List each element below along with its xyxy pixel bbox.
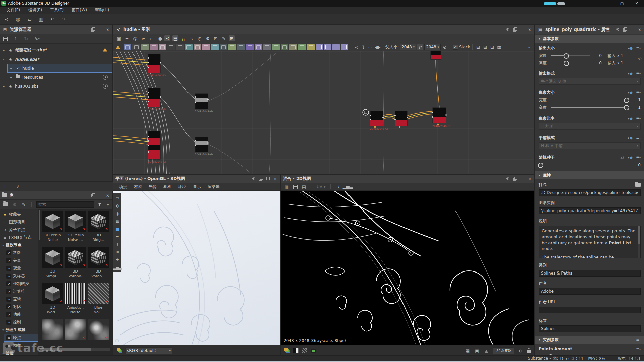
- tree-item-hudie-sbs-[interactable]: ▾◈hudie.sbs*: [0, 55, 112, 64]
- view3d-menu-6[interactable]: 渲染器: [205, 184, 223, 190]
- tree-item-hudie[interactable]: ▸≺hudie: [7, 64, 112, 73]
- grayscale-icon[interactable]: [293, 348, 299, 353]
- expand-arrow-icon[interactable]: ▸: [10, 75, 14, 79]
- param-menu-icon[interactable]: ≡▾: [636, 155, 641, 160]
- channels-icon[interactable]: [284, 348, 290, 353]
- node-create-icon-19[interactable]: [289, 44, 297, 50]
- node-create-icon-1[interactable]: [132, 44, 140, 50]
- paste-icon[interactable]: ▤: [301, 184, 307, 190]
- tree-item--sbs-[interactable]: ▸◈蝴蝶花纹一.sbs*: [0, 46, 112, 55]
- expand-arrow-icon[interactable]: ▾: [3, 57, 6, 61]
- gizmo-icon[interactable]: +: [115, 257, 120, 262]
- stack-checkbox[interactable]: ✓: [453, 45, 458, 50]
- info-icon[interactable]: i: [335, 184, 341, 190]
- zoom-icon[interactable]: ⌕: [148, 35, 154, 41]
- material-icon[interactable]: ▦: [115, 219, 120, 224]
- node-create-icon-21[interactable]: [307, 44, 315, 50]
- histogram-icon[interactable]: ▂▅▃: [345, 184, 351, 190]
- view3d-menu-2[interactable]: 光源: [146, 184, 160, 190]
- clean-icon[interactable]: ✎▾: [34, 36, 40, 42]
- align-right-icon[interactable]: ⊡: [489, 44, 495, 50]
- close-panel-icon[interactable]: ×: [527, 176, 532, 181]
- stats-icon[interactable]: ▂▅▃: [115, 265, 120, 270]
- library-asset-3D-Simpl-[interactable]: ≺3DSimpl...: [42, 247, 63, 283]
- close-button[interactable]: ✕: [629, 0, 644, 7]
- height-slider[interactable]: [551, 63, 590, 63]
- reset-size-icon[interactable]: ⊘: [442, 44, 448, 50]
- dock-icon[interactable]: [623, 27, 627, 32]
- library-category-收藏夹[interactable]: ★收藏夹: [0, 210, 38, 218]
- menu-item-2[interactable]: 工具(T): [46, 7, 68, 13]
- expand-arrow-icon[interactable]: ▸: [3, 84, 6, 88]
- library-category-运算符[interactable]: ↗运算符: [4, 288, 38, 295]
- outline-icon[interactable]: ⊨: [3, 183, 9, 189]
- graph-canvas[interactable]: 2048x2048-Gr 2048x2048-Gr 2048x2048-Gr 2…: [113, 51, 534, 174]
- link-tool-icon[interactable]: -●: [156, 35, 162, 41]
- pin-node-icon[interactable]: ↧: [360, 44, 366, 50]
- library-asset-3D-Perlin-Noise[interactable]: ≺3D PerlinNoise: [42, 211, 63, 247]
- tree-item-hua001-sbs[interactable]: ▸◈hua001.sbsi: [0, 82, 112, 91]
- tags-field[interactable]: [539, 325, 641, 332]
- node-create-icon-4[interactable]: [159, 44, 166, 50]
- close-panel-icon[interactable]: ×: [527, 27, 532, 32]
- camera-icon[interactable]: ◎: [115, 211, 120, 216]
- pin-icon[interactable]: [615, 27, 620, 32]
- overflow-icon[interactable]: »: [105, 201, 111, 207]
- maximize-panel-icon[interactable]: [266, 176, 270, 181]
- close-panel-icon[interactable]: ×: [273, 176, 278, 181]
- timer-icon[interactable]: ◷: [197, 35, 203, 41]
- param-menu-icon[interactable]: ≡▾: [636, 116, 641, 121]
- function-icon[interactable]: ▸●: [628, 90, 633, 95]
- library-asset-Blue-Noi-[interactable]: ≺BlueNoi...: [88, 283, 109, 319]
- frame-node-icon[interactable]: [316, 44, 323, 50]
- channels-icon[interactable]: [117, 348, 122, 353]
- view3d-viewport[interactable]: ▭ ◐ ◎ ▦ ■ ⌐ ↧ ⊞ + ▂▅▃ ⊞: [113, 191, 280, 345]
- grid-icon[interactable]: ⊞: [115, 249, 120, 255]
- node-create-icon-15[interactable]: [255, 44, 262, 50]
- dock-icon[interactable]: [513, 27, 517, 32]
- category-field[interactable]: [539, 270, 641, 277]
- node-create-icon-5[interactable]: [167, 44, 175, 50]
- view3d-title[interactable]: 平面 (hi-res) - OpenGL - 3D视图: [115, 176, 185, 182]
- maximize-panel-icon[interactable]: [520, 176, 525, 181]
- menu-item-3[interactable]: 窗口(W): [68, 7, 91, 13]
- maximize-panel-icon[interactable]: [98, 27, 103, 32]
- maximize-panel-icon[interactable]: [520, 27, 525, 32]
- node-create-icon-0[interactable]: [124, 44, 131, 50]
- path-tool-icon[interactable]: ↳: [189, 35, 195, 41]
- view3d-menu-4[interactable]: 环境: [175, 184, 189, 190]
- param-menu-icon[interactable]: ≡▾: [636, 337, 641, 342]
- node-create-icon-10[interactable]: [211, 44, 219, 50]
- link-size-icon[interactable]: ⇄: [417, 44, 423, 50]
- library-category-采样器[interactable]: ↗采样器: [4, 272, 38, 280]
- library-category-原子节点[interactable]: ≺原子节点: [0, 226, 38, 234]
- node-create-icon-20[interactable]: [298, 44, 306, 50]
- new-graph-icon[interactable]: ≺: [3, 16, 10, 22]
- distribute-icon[interactable]: ▦: [496, 44, 502, 50]
- align-left-icon[interactable]: ⊟: [475, 44, 481, 50]
- maximize-panel-icon[interactable]: [630, 27, 635, 32]
- display-filter-icon[interactable]: [311, 349, 316, 353]
- dock-icon[interactable]: [513, 176, 517, 181]
- library-asset-3D-Voron-[interactable]: ≺3DVoron...: [88, 247, 109, 283]
- frame-node-icon[interactable]: [341, 44, 348, 50]
- zoom-level[interactable]: 74.58%: [493, 347, 514, 354]
- pin-icon[interactable]: [251, 176, 256, 181]
- subgraph-icon[interactable]: ≺: [353, 44, 359, 50]
- library-category-图形项目[interactable]: ▭图形项目: [0, 218, 38, 226]
- view2d-title[interactable]: 混合 - 2D视图: [283, 176, 311, 182]
- show-connectors-icon[interactable]: ⣿: [180, 35, 186, 41]
- library-category-控制[interactable]: ↗控制: [4, 318, 38, 326]
- pixel-height-slider[interactable]: [551, 107, 629, 108]
- node-create-icon-18[interactable]: [281, 44, 288, 50]
- library-category-噪点[interactable]: ▩噪点: [4, 334, 38, 342]
- display-icon[interactable]: ▭: [115, 195, 120, 201]
- library-category-常数[interactable]: ↗常数: [4, 249, 38, 257]
- node-create-icon-14[interactable]: [246, 44, 254, 50]
- edit-pencil-icon[interactable]: ✎: [21, 201, 26, 207]
- library-category-函数节点[interactable]: ▾函数节点: [0, 241, 38, 249]
- library-category-矢量[interactable]: ↗矢量: [4, 257, 38, 264]
- width-slider[interactable]: [551, 55, 590, 56]
- lock-zoom-icon[interactable]: [527, 350, 531, 353]
- param-menu-icon[interactable]: ≡▾: [636, 46, 641, 50]
